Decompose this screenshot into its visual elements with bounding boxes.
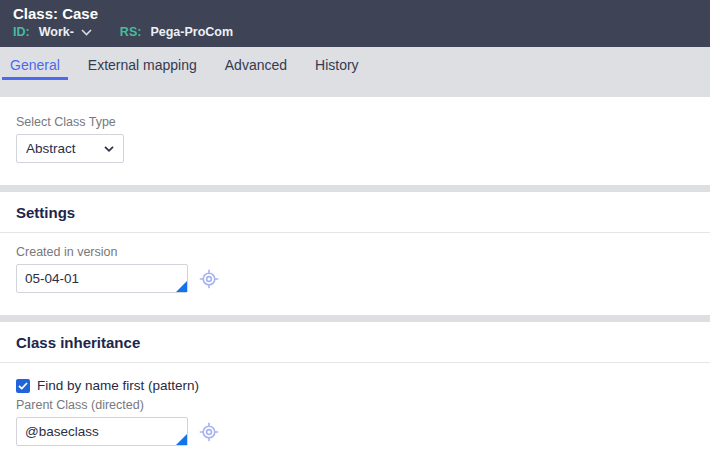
id-label: ID:	[13, 25, 30, 39]
created-in-version-field-wrap	[16, 264, 188, 293]
settings-section: Settings Created in version	[0, 192, 710, 315]
created-in-version-label: Created in version	[16, 245, 694, 260]
created-in-version-input[interactable]	[16, 264, 188, 293]
ruleset-info: RS: Pega-ProCom	[120, 25, 233, 39]
class-type-section: Select Class Type Abstract	[0, 97, 710, 185]
checkmark-icon	[18, 382, 28, 390]
gear-icon[interactable]	[196, 419, 222, 445]
section-divider	[0, 315, 710, 322]
tab-bar: General External mapping Advanced Histor…	[0, 47, 710, 97]
chevron-down-icon	[104, 146, 114, 152]
find-by-name-label: Find by name first (pattern)	[37, 378, 199, 393]
class-inheritance-heading: Class inheritance	[0, 322, 710, 363]
find-by-name-checkbox[interactable]	[16, 379, 30, 393]
settings-heading: Settings	[0, 192, 710, 233]
section-divider	[0, 185, 710, 192]
parent-class-label: Parent Class (directed)	[16, 398, 694, 413]
parent-class-field-wrap	[16, 417, 188, 446]
class-inheritance-section: Class inheritance Find by name first (pa…	[0, 322, 710, 469]
tab-history[interactable]: History	[307, 47, 367, 80]
rs-label: RS:	[120, 25, 142, 39]
form-header: Class: Case ID: Work- RS: Pega-ProCom	[0, 0, 710, 47]
tab-general[interactable]: General	[2, 47, 68, 80]
rs-value: Pega-ProCom	[150, 25, 233, 39]
parent-class-input[interactable]	[16, 417, 188, 446]
chevron-down-icon[interactable]	[81, 29, 92, 36]
tab-advanced[interactable]: Advanced	[217, 47, 295, 80]
id-value: Work-	[39, 25, 74, 39]
tab-external-mapping[interactable]: External mapping	[80, 47, 205, 80]
gear-icon[interactable]	[196, 266, 222, 292]
page-title: Class: Case	[13, 5, 710, 23]
header-meta: ID: Work- RS: Pega-ProCom	[13, 25, 710, 39]
class-type-select[interactable]: Abstract	[16, 134, 124, 163]
class-type-selected-value: Abstract	[26, 141, 76, 156]
id-dropdown[interactable]: ID: Work-	[13, 25, 92, 39]
class-type-label: Select Class Type	[16, 115, 694, 130]
